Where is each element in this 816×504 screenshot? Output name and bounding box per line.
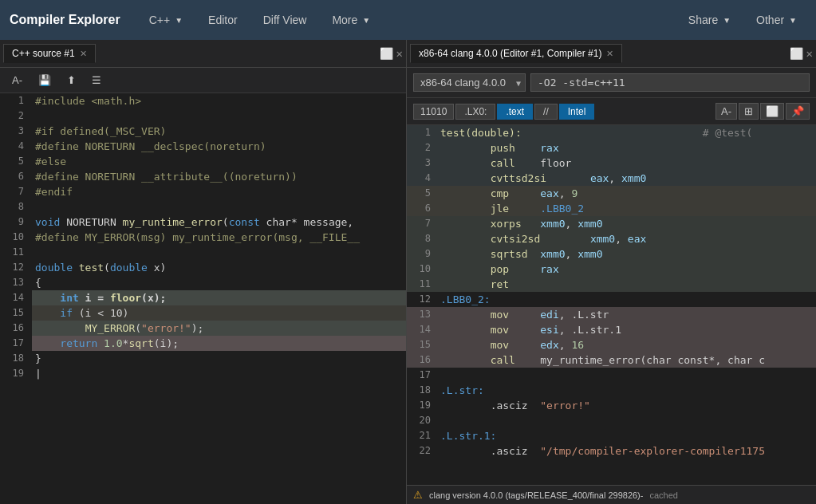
code-line: 16 MY_ERROR("error!");: [0, 321, 406, 336]
code-line: 8: [0, 199, 406, 215]
asm-line: 14 mov esi, .L.str.1: [407, 322, 816, 337]
source-code-area: 1 #include <math.h> 2 3 #if defined(_MSC…: [0, 93, 406, 504]
asm-line: 2 push rax: [407, 140, 816, 156]
code-line: 13 {: [0, 275, 406, 290]
asm-lx0-btn[interactable]: .LX0:: [455, 104, 495, 120]
asm-line: 19 .asciz "error!": [407, 398, 816, 413]
pin-asm-btn[interactable]: 📌: [786, 103, 810, 120]
other-menu-btn[interactable]: Other ▼: [747, 9, 806, 31]
left-tab-bar: C++ source #1 ✕ ⬜ ✕: [0, 40, 406, 68]
asm-line: 22 .asciz "/tmp/compiler-explorer-compil…: [407, 443, 816, 459]
asm-line: 3 call floor: [407, 156, 816, 171]
compiler-select-wrap: x86-64 clang 4.0.0: [413, 73, 526, 92]
code-line: 10 #define MY_ERROR(msg) my_runtime_erro…: [0, 230, 406, 245]
code-line: 11: [0, 245, 406, 260]
code-line: 6 #define NORETURN __attribute__((noretu…: [0, 169, 406, 184]
asm-count-badge: 11010: [413, 104, 454, 120]
asm-line: 6 jle .LBB0_2: [407, 201, 816, 216]
source-tab-close[interactable]: ✕: [80, 49, 87, 59]
cpp-dropdown-icon: ▼: [175, 16, 183, 25]
asm-line: 20: [407, 413, 816, 428]
asm-line: 5 cmp eax, 9: [407, 186, 816, 201]
asm-line: 4 cvttsd2si eax, xmm0: [407, 171, 816, 186]
asm-line: 17: [407, 368, 816, 383]
code-line: 4 #define NORETURN __declspec(noreturn): [0, 139, 406, 154]
asm-line: 12 .LBB0_2:: [407, 292, 816, 307]
right-pane-expand-icon[interactable]: ⬜: [790, 47, 803, 60]
asm-line: 10 pop rax: [407, 262, 816, 277]
brand-logo: Compiler Explorer: [10, 13, 120, 27]
code-line: 9 void NORETURN my_runtime_error(const c…: [0, 215, 406, 230]
compiler-select[interactable]: x86-64 clang 4.0.0: [413, 73, 526, 92]
asm-toolbar: 11010 .LX0: .text // Intel A- ⊞ ⬜ 📌: [407, 98, 816, 125]
code-line: 3 #if defined(_MSC_VER): [0, 124, 406, 139]
upload-btn[interactable]: ⬆: [61, 72, 81, 89]
share-menu-btn[interactable]: Share ▼: [679, 9, 740, 31]
cpp-menu-btn[interactable]: C++ ▼: [140, 9, 192, 31]
share-dropdown-icon: ▼: [723, 16, 731, 25]
pane-close-icon[interactable]: ✕: [396, 47, 403, 60]
pane-expand-icon[interactable]: ⬜: [380, 47, 393, 60]
status-text: clang version 4.0.0 (tags/RELEASE_400/fi…: [429, 490, 643, 500]
list-icon: ☰: [92, 74, 101, 86]
font-decrease-asm-btn[interactable]: A-: [715, 103, 737, 120]
code-line: 19 |: [0, 366, 406, 381]
left-pane: C++ source #1 ✕ ⬜ ✕ A- 💾 ⬆ ☰ 1 #includ: [0, 40, 407, 504]
compiler-tab[interactable]: x86-64 clang 4.0.0 (Editor #1, Compiler …: [410, 44, 622, 63]
code-line: 1 #include <math.h>: [0, 93, 406, 108]
compiler-options-input[interactable]: [530, 73, 810, 92]
source-tab[interactable]: C++ source #1 ✕: [3, 44, 96, 63]
code-line: 7 #endif: [0, 184, 406, 199]
right-pane: x86-64 clang 4.0.0 (Editor #1, Compiler …: [407, 40, 816, 504]
asm-line: 18 .L.str:: [407, 383, 816, 398]
source-tab-label: C++ source #1: [12, 48, 75, 59]
code-line: 15 if (i < 10): [0, 305, 406, 321]
asm-intel-btn[interactable]: Intel: [559, 104, 595, 120]
wrap-asm-btn[interactable]: ⬜: [760, 103, 784, 120]
asm-line: 1 test(double): # @test(: [407, 125, 816, 140]
asm-code-area: 1 test(double): # @test( 2 push rax 3 ca…: [407, 125, 816, 485]
more-dropdown-icon: ▼: [362, 16, 370, 25]
upload-icon: ⬆: [67, 74, 76, 86]
font-decrease-btn[interactable]: A-: [6, 72, 28, 89]
save-btn[interactable]: 💾: [33, 72, 57, 89]
topnav: Compiler Explorer C++ ▼ Editor Diff View…: [0, 0, 816, 40]
code-line: 5 #else: [0, 154, 406, 169]
right-tab-bar: x86-64 clang 4.0.0 (Editor #1, Compiler …: [407, 40, 816, 68]
asm-line: 16 call my_runtime_error(char const*, ch…: [407, 352, 816, 368]
save-icon: 💾: [38, 74, 51, 86]
more-menu-btn[interactable]: More ▼: [322, 9, 380, 31]
asm-line: 11 ret: [407, 277, 816, 292]
code-line: 18 }: [0, 351, 406, 366]
asm-line: 8 cvtsi2sd xmm0, eax: [407, 231, 816, 246]
code-line: 17 return 1.0*sqrt(i);: [0, 336, 406, 351]
code-line: 12 double test(double x): [0, 260, 406, 275]
asm-text-btn[interactable]: .text: [497, 104, 533, 120]
compiler-tab-label: x86-64 clang 4.0.0 (Editor #1, Compiler …: [419, 48, 601, 59]
compiler-toolbar: x86-64 clang 4.0.0: [407, 68, 816, 98]
warning-icon: ⚠: [413, 489, 423, 501]
asm-divider-btn[interactable]: //: [534, 104, 558, 120]
editor-toolbar: A- 💾 ⬆ ☰: [0, 68, 406, 93]
copy-asm-btn[interactable]: ⊞: [739, 103, 759, 120]
editor-btn[interactable]: Editor: [199, 9, 247, 31]
main-container: C++ source #1 ✕ ⬜ ✕ A- 💾 ⬆ ☰ 1 #includ: [0, 40, 816, 504]
asm-line: 13 mov edi, .L.str: [407, 307, 816, 322]
asm-line: 21 .L.str.1:: [407, 428, 816, 443]
code-line: 14 int i = floor(x);: [0, 290, 406, 305]
code-line: 2: [0, 108, 406, 124]
asm-line: 15 mov edx, 16: [407, 337, 816, 352]
cached-badge: cached: [649, 490, 677, 500]
asm-line: 9 sqrtsd xmm0, xmm0: [407, 246, 816, 262]
compiler-tab-close[interactable]: ✕: [606, 49, 613, 59]
status-bar: ⚠ clang version 4.0.0 (tags/RELEASE_400/…: [407, 485, 816, 504]
right-pane-close-icon[interactable]: ✕: [806, 47, 813, 60]
other-dropdown-icon: ▼: [789, 16, 797, 25]
list-btn[interactable]: ☰: [86, 72, 107, 89]
diffview-btn[interactable]: Diff View: [254, 9, 317, 31]
asm-line: 7 xorps xmm0, xmm0: [407, 216, 816, 231]
